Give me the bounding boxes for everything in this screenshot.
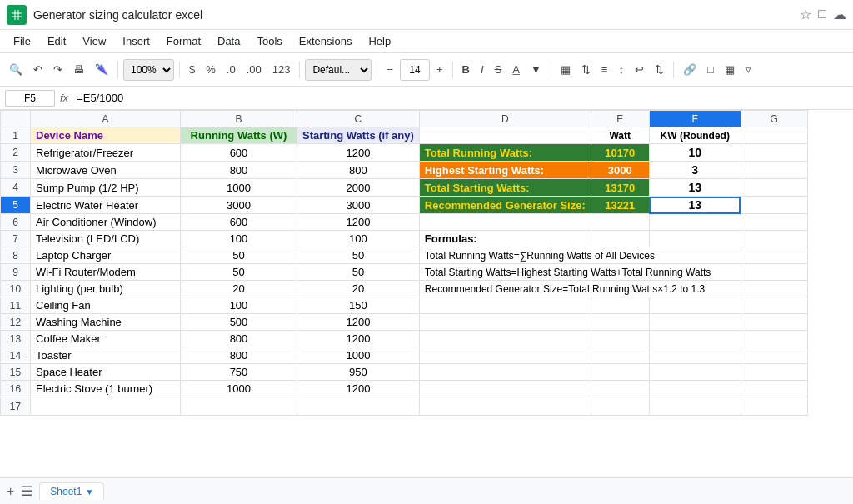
cell-E1[interactable]: Watt [591, 127, 649, 144]
cell-E2[interactable]: 10170 [591, 144, 649, 162]
font-size-increase[interactable]: + [432, 61, 447, 78]
align-button[interactable]: ≡ [597, 61, 612, 78]
cell-A9[interactable]: Wi-Fi Router/Modem [31, 264, 181, 281]
wrap-button[interactable]: ↩ [631, 61, 648, 78]
cell-G14[interactable] [741, 347, 807, 364]
row-header-13[interactable]: 13 [1, 331, 31, 347]
sheet-list-button[interactable]: ☰ [21, 483, 32, 499]
cell-D8[interactable]: Total Running Watts=∑Running Watts of Al… [419, 247, 741, 264]
row-header-17[interactable]: 17 [1, 397, 31, 416]
cell-E12[interactable] [591, 314, 649, 331]
cell-A14[interactable]: Toaster [31, 347, 181, 364]
menu-data[interactable]: Data [211, 33, 247, 49]
cell-G12[interactable] [741, 314, 807, 331]
cell-G8[interactable] [741, 247, 807, 264]
cell-F16[interactable] [649, 381, 741, 397]
row-header-4[interactable]: 4 [1, 179, 31, 197]
cell-A1[interactable]: Device Name [31, 127, 181, 144]
add-sheet-button[interactable]: + [7, 484, 14, 499]
paintformat-button[interactable]: 🌂 [91, 61, 112, 78]
cell-G11[interactable] [741, 297, 807, 314]
cell-D9[interactable]: Total Starting Watts=Highest Starting Wa… [419, 264, 741, 281]
filter-button[interactable]: ▿ [741, 61, 756, 78]
cell-A15[interactable]: Space Heater [31, 364, 181, 381]
cell-F15[interactable] [649, 364, 741, 381]
cell-D10[interactable]: Recommended Generator Size=Total Running… [419, 281, 741, 297]
cell-G1[interactable] [741, 127, 807, 144]
cell-E4[interactable]: 13170 [591, 179, 649, 197]
cell-E11[interactable] [591, 297, 649, 314]
cell-C10[interactable]: 20 [297, 281, 420, 297]
link-button[interactable]: 🔗 [679, 61, 701, 78]
bold-button[interactable]: B [458, 61, 474, 78]
cell-B15[interactable]: 750 [181, 364, 297, 381]
col-header-A[interactable]: A [31, 111, 181, 127]
cell-D17[interactable] [419, 397, 591, 416]
cell-D6[interactable] [419, 214, 591, 231]
cell-G13[interactable] [741, 331, 807, 347]
cell-F2[interactable]: 10 [649, 144, 741, 162]
borders-button[interactable]: ▦ [556, 61, 575, 78]
cell-A6[interactable]: Air Conditioner (Window) [31, 214, 181, 231]
cell-B14[interactable]: 800 [181, 347, 297, 364]
cell-G7[interactable] [741, 231, 807, 247]
cell-C4[interactable]: 2000 [297, 179, 420, 197]
cell-D7[interactable]: Formulas: [419, 231, 591, 247]
cell-F13[interactable] [649, 331, 741, 347]
cell-D13[interactable] [419, 331, 591, 347]
row-header-7[interactable]: 7 [1, 231, 31, 247]
menu-format[interactable]: Format [160, 33, 207, 49]
cell-G6[interactable] [741, 214, 807, 231]
cell-B1[interactable]: Running Watts (W) [181, 127, 297, 144]
col-header-F[interactable]: F [649, 111, 741, 127]
cell-C5[interactable]: 3000 [297, 197, 420, 214]
cell-B2[interactable]: 600 [181, 144, 297, 162]
row-header-2[interactable]: 2 [1, 144, 31, 162]
cell-C15[interactable]: 950 [297, 364, 420, 381]
cell-C8[interactable]: 50 [297, 247, 420, 264]
cell-C17[interactable] [297, 397, 420, 416]
menu-edit[interactable]: Edit [41, 33, 72, 49]
comment-button[interactable]: □ [703, 61, 718, 78]
menu-help[interactable]: Help [362, 33, 397, 49]
menu-insert[interactable]: Insert [116, 33, 157, 49]
cell-F1[interactable]: KW (Rounded) [649, 127, 741, 144]
cell-F17[interactable] [649, 397, 741, 416]
cell-B10[interactable]: 20 [181, 281, 297, 297]
number-format-button[interactable]: 123 [268, 61, 295, 78]
row-header-9[interactable]: 9 [1, 264, 31, 281]
col-header-C[interactable]: C [297, 111, 420, 127]
print-button[interactable]: 🖶 [69, 61, 88, 78]
row-header-8[interactable]: 8 [1, 247, 31, 264]
cell-F11[interactable] [649, 297, 741, 314]
strikethrough-button[interactable]: S [491, 61, 506, 78]
cell-A16[interactable]: Electric Stove (1 burner) [31, 381, 181, 397]
cell-G2[interactable] [741, 144, 807, 162]
row-header-14[interactable]: 14 [1, 347, 31, 364]
cell-E15[interactable] [591, 364, 649, 381]
row-header-1[interactable]: 1 [1, 127, 31, 144]
cell-E7[interactable] [591, 231, 649, 247]
cell-F7[interactable] [649, 231, 741, 247]
cell-G9[interactable] [741, 264, 807, 281]
cell-G17[interactable] [741, 397, 807, 416]
cell-B7[interactable]: 100 [181, 231, 297, 247]
folder-icon[interactable]: □ [818, 7, 826, 22]
cell-C6[interactable]: 1200 [297, 214, 420, 231]
cell-C3[interactable]: 800 [297, 162, 420, 179]
col-header-row[interactable] [1, 111, 31, 127]
cell-E5[interactable]: 13221 [591, 197, 649, 214]
cell-D15[interactable] [419, 364, 591, 381]
rotate-button[interactable]: ⇅ [651, 61, 668, 78]
zoom-select[interactable]: 100% [123, 59, 174, 81]
cell-E13[interactable] [591, 331, 649, 347]
cell-D1[interactable] [419, 127, 591, 144]
row-header-10[interactable]: 10 [1, 281, 31, 297]
cell-C13[interactable]: 1200 [297, 331, 420, 347]
cell-E16[interactable] [591, 381, 649, 397]
cell-F6[interactable] [649, 214, 741, 231]
cell-C9[interactable]: 50 [297, 264, 420, 281]
redo-button[interactable]: ↷ [49, 61, 67, 78]
cell-D11[interactable] [419, 297, 591, 314]
cell-A5[interactable]: Electric Water Heater [31, 197, 181, 214]
